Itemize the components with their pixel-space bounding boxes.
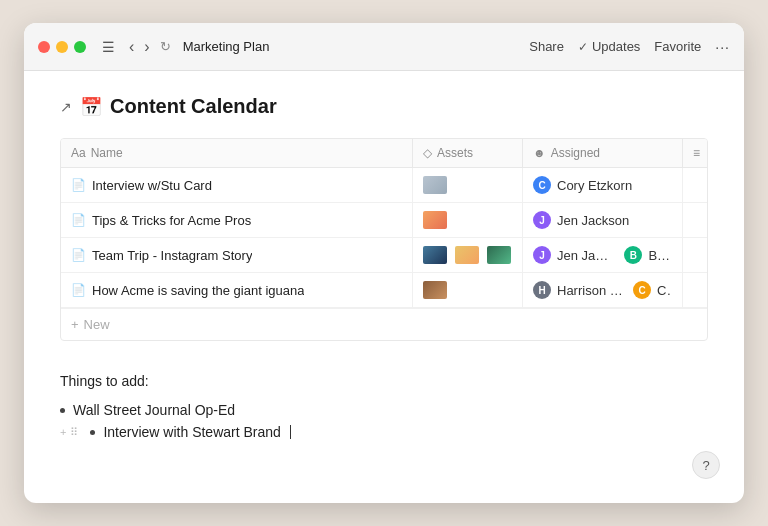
table-row[interactable]: 📄 Team Trip - Instagram Story J Jen Jack… (61, 238, 707, 273)
text-cursor (290, 425, 291, 439)
table-row[interactable]: 📄 Interview w/Stu Card C Cory Etzkorn (61, 168, 707, 203)
close-dot[interactable] (38, 41, 50, 53)
asset-thumb-1 (423, 176, 447, 194)
row-extra-cell (683, 238, 707, 272)
assigned-cell: J Jen Jackson (523, 203, 683, 237)
name-col-icon: Aa (71, 146, 86, 160)
col-header-assigned: ☻ Assigned (523, 139, 683, 167)
row-doc-icon: 📄 (71, 283, 86, 297)
share-button[interactable]: Share (529, 39, 564, 54)
minimize-dot[interactable] (56, 41, 68, 53)
col-header-name: Aa Name (61, 139, 413, 167)
breadcrumb-arrow-icon: ↗ (60, 99, 72, 115)
table-header: Aa Name ◇ Assets ☻ Assigned ≡ (61, 139, 707, 168)
asset-thumb-4 (423, 281, 447, 299)
page-header: ↗ 📅 Content Calendar (60, 95, 708, 118)
avatar: J (533, 246, 551, 264)
notes-section: Things to add: Wall Street Journal Op-Ed… (60, 373, 708, 443)
assigned-cell: J Jen Jackson B Beez (523, 238, 683, 272)
add-icon: + (60, 426, 66, 438)
plus-icon: + (71, 317, 79, 332)
assets-col-icon: ◇ (423, 146, 432, 160)
favorite-button[interactable]: Favorite (654, 39, 701, 54)
row-extra-cell (683, 203, 707, 237)
assigned-cell: H Harrison Medoff C Cor (523, 273, 683, 307)
avatar: J (533, 211, 551, 229)
help-button[interactable]: ? (692, 451, 720, 479)
page-title: Content Calendar (110, 95, 277, 118)
nav-buttons: ‹ › (127, 36, 152, 58)
database-table: Aa Name ◇ Assets ☻ Assigned ≡ (60, 138, 708, 341)
assets-cell (413, 273, 523, 307)
calendar-icon: 📅 (80, 96, 102, 118)
refresh-icon[interactable]: ↻ (160, 39, 171, 54)
name-cell: 📄 Tips & Tricks for Acme Pros (61, 203, 413, 237)
titlebar: ☰ ‹ › ↻ Marketing Plan Share ✓ Updates F… (24, 23, 744, 71)
table-row[interactable]: 📄 Tips & Tricks for Acme Pros J Jen Jack… (61, 203, 707, 238)
updates-button[interactable]: ✓ Updates (578, 39, 640, 54)
name-cell: 📄 How Acme is saving the giant iguana (61, 273, 413, 307)
avatar: C (533, 176, 551, 194)
assigned-col-icon: ☻ (533, 146, 546, 160)
row-controls: + ⠿ (60, 426, 78, 439)
drag-icon: ⠿ (70, 426, 78, 439)
bullet-list: Wall Street Journal Op-Ed + ⠿ Interview … (60, 399, 708, 443)
traffic-lights (38, 41, 86, 53)
name-cell: 📄 Interview w/Stu Card (61, 168, 413, 202)
new-row-button[interactable]: + New (61, 308, 707, 340)
row-doc-icon: 📄 (71, 248, 86, 262)
app-window: ☰ ‹ › ↻ Marketing Plan Share ✓ Updates F… (24, 23, 744, 503)
back-button[interactable]: ‹ (127, 36, 136, 58)
row-extra-cell (683, 273, 707, 307)
table-row[interactable]: 📄 How Acme is saving the giant iguana H … (61, 273, 707, 308)
notes-title: Things to add: (60, 373, 708, 389)
avatar: H (533, 281, 551, 299)
more-cols-icon: ≡ (693, 146, 700, 160)
content-area: ↗ 📅 Content Calendar Aa Name ◇ Assets (24, 71, 744, 503)
list-item: Wall Street Journal Op-Ed (60, 399, 708, 421)
asset-thumb-2 (423, 211, 447, 229)
row-doc-icon: 📄 (71, 178, 86, 192)
forward-button[interactable]: › (142, 36, 151, 58)
bullet-dot-icon (90, 430, 95, 435)
name-cell: 📄 Team Trip - Instagram Story (61, 238, 413, 272)
assigned-cell: C Cory Etzkorn (523, 168, 683, 202)
list-item-active[interactable]: + ⠿ Interview with Stewart Brand (60, 421, 708, 443)
row-extra-cell (683, 168, 707, 202)
check-icon: ✓ (578, 40, 588, 54)
row-doc-icon: 📄 (71, 213, 86, 227)
col-header-more[interactable]: ≡ (683, 139, 707, 167)
asset-thumb-3b (455, 246, 479, 264)
assets-cell (413, 168, 523, 202)
asset-thumb-3a (423, 246, 447, 264)
avatar-2: C (633, 281, 651, 299)
bullet-dot-icon (60, 408, 65, 413)
asset-thumb-3c (487, 246, 511, 264)
titlebar-actions: Share ✓ Updates Favorite ··· (529, 39, 730, 55)
assets-cell (413, 238, 523, 272)
more-button[interactable]: ··· (715, 39, 730, 55)
assets-cell (413, 203, 523, 237)
col-header-assets: ◇ Assets (413, 139, 523, 167)
menu-icon[interactable]: ☰ (102, 39, 115, 55)
avatar-2: B (624, 246, 642, 264)
fullscreen-dot[interactable] (74, 41, 86, 53)
window-title: Marketing Plan (183, 39, 270, 54)
